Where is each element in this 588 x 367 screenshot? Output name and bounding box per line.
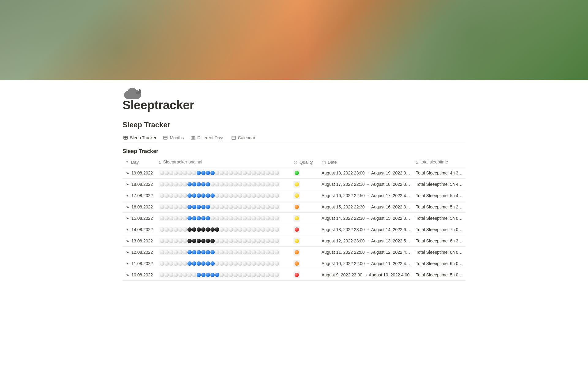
col-header-tracker[interactable]: ΣSleeptracker original bbox=[156, 157, 291, 167]
dot bbox=[210, 216, 215, 220]
quality-badge bbox=[293, 260, 300, 267]
moon-icon bbox=[125, 261, 130, 266]
dot bbox=[247, 182, 251, 186]
dot bbox=[187, 261, 192, 266]
dot bbox=[174, 261, 178, 266]
dot bbox=[215, 261, 219, 266]
col-header-day[interactable]: Day bbox=[123, 157, 156, 167]
dot bbox=[238, 171, 242, 175]
dot bbox=[183, 227, 187, 232]
table-row[interactable]: 15.08.2022August 14, 2022 22:30 → August… bbox=[123, 213, 466, 224]
dot bbox=[256, 261, 261, 266]
dot bbox=[224, 205, 228, 209]
dot bbox=[201, 193, 205, 198]
dot bbox=[215, 216, 219, 220]
col-header-date[interactable]: Date bbox=[319, 157, 413, 167]
dot bbox=[275, 171, 279, 175]
dot bbox=[266, 250, 270, 254]
dot bbox=[192, 171, 196, 175]
dot bbox=[164, 273, 169, 277]
table-row[interactable]: 19.08.2022August 18, 2022 23:00 → August… bbox=[123, 167, 466, 179]
calendar-icon bbox=[322, 160, 326, 165]
dot bbox=[275, 261, 279, 266]
sleep-dots bbox=[159, 261, 280, 266]
table-row[interactable]: 14.08.2022August 13, 2022 23:00 → August… bbox=[123, 224, 466, 235]
table-row[interactable]: 16.08.2022August 15, 2022 22:30 → August… bbox=[123, 201, 466, 213]
svg-rect-3 bbox=[232, 136, 236, 140]
dot bbox=[252, 182, 256, 186]
dot bbox=[169, 193, 173, 198]
dot bbox=[169, 216, 173, 220]
dot bbox=[266, 273, 270, 277]
dot bbox=[210, 205, 215, 209]
table-row[interactable]: 12.08.2022August 11, 2022 22:00 → August… bbox=[123, 247, 466, 258]
dot bbox=[192, 239, 196, 243]
dot bbox=[266, 227, 270, 232]
tab-label: Months bbox=[170, 135, 184, 140]
dot bbox=[233, 216, 238, 220]
table-row[interactable]: 18.08.2022August 17, 2022 22:10 → August… bbox=[123, 179, 466, 190]
dot bbox=[233, 227, 238, 232]
quality-dot-yellow bbox=[295, 193, 299, 198]
quality-badge bbox=[293, 226, 300, 233]
dot bbox=[160, 273, 164, 277]
dot bbox=[183, 205, 187, 209]
svg-rect-0 bbox=[124, 136, 127, 139]
dot bbox=[270, 205, 274, 209]
date-value: August 14, 2022 22:30 → August 15, 2022 … bbox=[319, 213, 413, 224]
quality-badge bbox=[293, 215, 300, 222]
svg-rect-1 bbox=[164, 136, 167, 139]
dot bbox=[215, 239, 219, 243]
tab-different-days[interactable]: Different Days bbox=[190, 133, 225, 143]
dot bbox=[238, 227, 242, 232]
total-value: Total Sleeeptime: 5h 45 minutes bbox=[413, 190, 466, 201]
dot bbox=[183, 250, 187, 254]
table-row[interactable]: 13.08.2022August 12, 2022 23:00 → August… bbox=[123, 235, 466, 247]
board-icon bbox=[190, 135, 195, 140]
dot bbox=[229, 261, 233, 266]
dot bbox=[183, 216, 187, 220]
dot bbox=[243, 239, 247, 243]
dot bbox=[174, 250, 178, 254]
dot bbox=[187, 205, 192, 209]
dot bbox=[215, 227, 219, 232]
sleep-dots bbox=[159, 272, 280, 278]
tab-calendar[interactable]: Calendar bbox=[231, 133, 256, 143]
dot bbox=[201, 216, 205, 220]
dot bbox=[210, 250, 215, 254]
dot bbox=[220, 216, 224, 220]
dot bbox=[178, 216, 183, 220]
col-header-total[interactable]: Σtotal sleeptime bbox=[413, 157, 466, 167]
quality-dot-orange bbox=[295, 205, 299, 209]
dot bbox=[238, 205, 242, 209]
dot bbox=[252, 273, 256, 277]
date-value: August 10, 2022 22:00 → August 11, 2022 … bbox=[319, 258, 413, 269]
table-row[interactable]: 11.08.2022August 10, 2022 22:00 → August… bbox=[123, 258, 466, 269]
quality-badge bbox=[293, 204, 300, 210]
dot bbox=[178, 171, 183, 175]
dot bbox=[224, 261, 228, 266]
quality-dot-red bbox=[295, 227, 299, 232]
dot bbox=[169, 239, 173, 243]
col-header-quality[interactable]: Quality bbox=[291, 157, 319, 167]
dot bbox=[215, 273, 219, 277]
dot bbox=[233, 250, 238, 254]
dot bbox=[220, 227, 224, 232]
dot bbox=[178, 250, 183, 254]
dot bbox=[197, 273, 201, 277]
tab-sleep-tracker[interactable]: Sleep Tracker bbox=[123, 133, 157, 143]
dot bbox=[270, 261, 274, 266]
table-row[interactable]: 10.08.2022August 9, 2022 23:00 → August … bbox=[123, 269, 466, 281]
dot bbox=[197, 261, 201, 266]
dot bbox=[187, 273, 192, 277]
dot bbox=[210, 227, 215, 232]
dot bbox=[164, 193, 169, 198]
tab-months[interactable]: Months bbox=[162, 133, 184, 143]
dot bbox=[224, 182, 228, 186]
dot bbox=[247, 205, 251, 209]
dot bbox=[252, 171, 256, 175]
dot bbox=[275, 193, 279, 198]
table-row[interactable]: 17.08.2022August 16, 2022 22:50 → August… bbox=[123, 190, 466, 201]
sleep-dots bbox=[159, 215, 280, 221]
dot bbox=[174, 216, 178, 220]
